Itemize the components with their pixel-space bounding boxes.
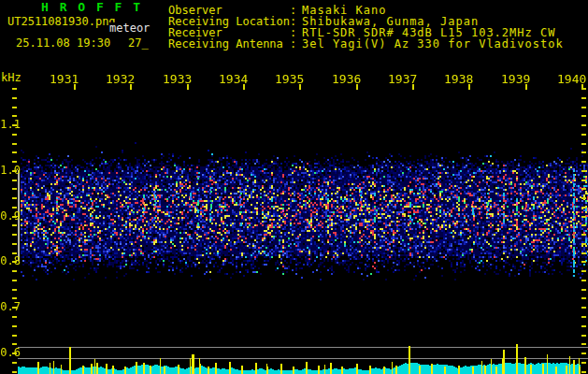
activity-bar-canvas [18, 333, 588, 374]
freq-tick-left [12, 207, 17, 209]
freq-tick-right [581, 170, 586, 172]
freq-tick-right [581, 97, 586, 99]
time-label-1931: 1931 [50, 74, 81, 85]
app-title: H R O F F T [41, 2, 142, 13]
freq-tick-right [581, 161, 586, 163]
freq-tick-right [581, 297, 586, 299]
freq-tick-left [12, 115, 17, 117]
antenna-value: 3el Yagi(V) Az 330 for Vladivostok [302, 38, 564, 50]
freq-unit-label: kHz [1, 72, 22, 83]
freq-tick-left [12, 243, 17, 245]
freq-tick-right [581, 243, 586, 245]
freq-label-0.6: 0.6 [0, 347, 21, 358]
freq-tick-right [581, 107, 586, 108]
freq-tick-left [12, 335, 17, 337]
time-label-1937: 1937 [388, 74, 420, 85]
freq-tick-left [12, 270, 17, 272]
freq-tick-left [12, 289, 17, 291]
freq-tick-right [581, 261, 586, 263]
freq-tick-left [12, 88, 17, 90]
freq-tick-left [12, 280, 17, 281]
freq-label-0.8: 0.8 [0, 255, 21, 266]
freq-tick-left [12, 143, 17, 145]
freq-tick-right [581, 307, 586, 309]
freq-label-0.9: 0.9 [0, 210, 21, 222]
freq-tick-right [581, 124, 586, 126]
freq-tick-right [581, 270, 586, 272]
colon: : [290, 38, 302, 50]
meteor-mode-label: meteor [108, 22, 151, 34]
meteor-count: 27_ [128, 37, 149, 49]
time-label-1940: 1940 [557, 74, 588, 85]
freq-tick-left [12, 343, 17, 345]
freq-tick-left [12, 224, 17, 226]
freq-tick-right [581, 207, 586, 209]
freq-tick-left [12, 161, 17, 163]
freq-tick-right [581, 289, 586, 291]
freq-tick-right [581, 143, 586, 145]
freq-tick-right [581, 343, 586, 345]
freq-label-1.1: 1.1 [0, 119, 21, 130]
freq-tick-left [12, 180, 17, 181]
time-label-1938: 1938 [444, 74, 476, 85]
freq-tick-left [12, 97, 17, 99]
freq-tick-left [12, 297, 17, 299]
freq-tick-right [581, 316, 586, 318]
freq-tick-left [12, 197, 17, 199]
freq-tick-left [12, 316, 17, 318]
freq-tick-right [581, 335, 586, 337]
datetime-label: 25.11.08 19:30 [16, 37, 110, 49]
freq-tick-right [581, 252, 586, 254]
freq-tick-right [581, 234, 586, 236]
freq-tick-left [12, 188, 17, 190]
spectrogram-canvas [21, 142, 588, 282]
time-label-1935: 1935 [275, 74, 307, 85]
freq-tick-right [581, 352, 586, 354]
freq-tick-right [581, 134, 586, 136]
info-row-antenna: Receiving Antenna:3el Yagi(V) Az 330 for… [168, 38, 564, 50]
freq-tick-left [12, 107, 17, 108]
freq-tick-right [581, 371, 586, 373]
freq-label-0.7: 0.7 [0, 301, 21, 312]
freq-tick-right [581, 151, 586, 153]
time-label-1934: 1934 [219, 74, 251, 85]
freq-tick-right [581, 180, 586, 181]
freq-tick-right [581, 325, 586, 327]
freq-tick-left [12, 325, 17, 327]
freq-tick-left [12, 371, 17, 373]
freq-tick-right [581, 280, 586, 281]
freq-tick-left [12, 234, 17, 236]
freq-tick-left [12, 151, 17, 153]
freq-tick-left [12, 362, 17, 364]
antenna-label: Receiving Antenna [168, 38, 290, 50]
filename-label: UT2511081930.png [7, 16, 116, 27]
freq-label-1.0: 1.0 [0, 165, 21, 176]
freq-tick-right [581, 188, 586, 190]
hrofft-window: H R O F F T UT2511081930.png meteor 25.1… [0, 0, 588, 374]
freq-tick-right [581, 115, 586, 117]
freq-tick-right [581, 362, 586, 364]
time-label-1932: 1932 [106, 74, 137, 85]
freq-tick-right [581, 216, 586, 218]
freq-tick-right [581, 197, 586, 199]
time-label-1936: 1936 [332, 74, 364, 85]
freq-tick-left [12, 134, 17, 136]
freq-tick-right [581, 224, 586, 226]
time-label-1933: 1933 [163, 74, 194, 85]
time-label-1939: 1939 [501, 74, 533, 85]
